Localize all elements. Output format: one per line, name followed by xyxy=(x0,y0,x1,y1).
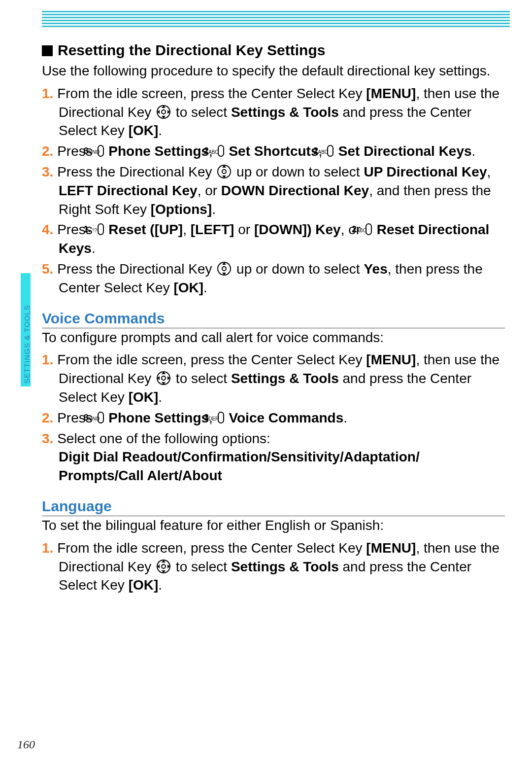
directional-key-updown-icon xyxy=(217,165,231,178)
side-tab-label: SETTINGS & TOOLS xyxy=(23,305,31,384)
directional-key-all-icon xyxy=(157,371,170,385)
side-tab: SETTINGS & TOOLS xyxy=(21,276,38,385)
page-number: 160 xyxy=(17,738,35,751)
section2-steps: 1. From the idle screen, press the Cente… xyxy=(42,351,505,485)
list-item: 2. Press 6MNO Phone Settings, 2ABC Set S… xyxy=(42,142,505,161)
section1-lead: Use the following procedure to specify t… xyxy=(42,62,505,80)
subheading-language: Language xyxy=(42,498,505,516)
list-item: 1. From the idle screen, press the Cente… xyxy=(42,539,505,595)
keypad-2-icon: 2ABC xyxy=(327,145,333,157)
black-square-bullet xyxy=(42,45,53,56)
section1-steps: 1. From the idle screen, press the Cente… xyxy=(42,84,505,297)
list-item: 2. Press 6MNO Phone Settings, 3DEF Voice… xyxy=(42,409,505,427)
keypad-2-icon: 2ABC xyxy=(366,223,372,235)
section3-lead: To set the bilingual feature for either … xyxy=(42,516,505,535)
section3-steps: 1. From the idle screen, press the Cente… xyxy=(42,539,505,595)
directional-key-all-icon xyxy=(157,560,170,573)
keypad-6-icon: 6MNO xyxy=(98,412,104,423)
list-item: 3. Select one of the following options: … xyxy=(42,429,505,485)
directional-key-updown-icon xyxy=(217,262,231,276)
keypad-1-icon: 1.-'!? xyxy=(98,223,104,235)
list-item: 1. From the idle screen, press the Cente… xyxy=(42,84,505,140)
section2-lead: To configure prompts and call alert for … xyxy=(42,328,505,347)
list-item: 1. From the idle screen, press the Cente… xyxy=(42,351,505,406)
keypad-3-icon: 3DEF xyxy=(218,412,224,423)
list-item: 5. Press the Directional Key up or down … xyxy=(42,260,505,297)
directional-key-all-icon xyxy=(157,105,170,119)
header-stripes xyxy=(42,11,510,29)
section-title-reset: Resetting the Directional Key Settings xyxy=(42,42,505,59)
subheading-voice-commands: Voice Commands xyxy=(42,310,505,328)
list-item: 3. Press the Directional Key up or down … xyxy=(42,163,505,218)
keypad-2-icon: 2ABC xyxy=(218,145,224,157)
keypad-6-icon: 6MNO xyxy=(98,145,104,157)
page-content: Resetting the Directional Key Settings U… xyxy=(42,42,505,604)
list-item: 4. Press 1.-'!? Reset ([UP], [LEFT] or [… xyxy=(42,220,505,258)
